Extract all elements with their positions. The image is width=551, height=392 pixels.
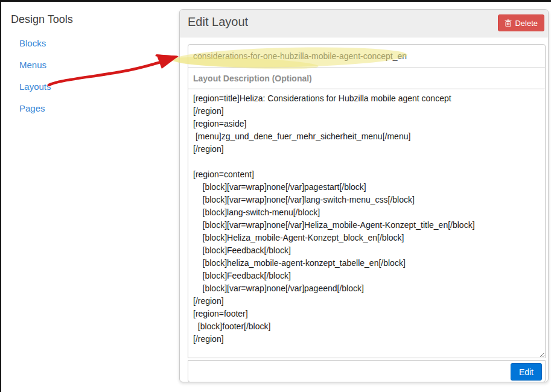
panel-header: Edit Layout Delete (180, 10, 548, 37)
sidebar-title: Design Tools (11, 13, 156, 26)
page-title: Edit Layout (188, 15, 248, 29)
trash-icon (505, 19, 512, 27)
menus-link[interactable]: Menus (19, 60, 46, 70)
layout-description-input[interactable] (188, 68, 546, 89)
design-tools-sidebar: Design Tools Blocks Menus Layouts Pages (11, 13, 156, 125)
edit-layout-panel: Edit Layout Delete [region=title]Heliz (179, 9, 549, 382)
sidebar-item-blocks: Blocks (19, 38, 156, 49)
pages-link[interactable]: Pages (19, 103, 45, 113)
sidebar-item-pages: Pages (19, 103, 156, 114)
form-footer: Edit (188, 360, 546, 382)
sidebar-item-menus: Menus (19, 60, 156, 71)
sidebar-nav: Blocks Menus Layouts Pages (11, 38, 156, 114)
edit-submit-button[interactable]: Edit (511, 363, 542, 381)
layout-name-input[interactable] (188, 44, 546, 68)
delete-button-label: Delete (515, 19, 538, 28)
layout-source-textarea[interactable]: [region=title]Heliza: Considerations for… (188, 89, 546, 358)
delete-button[interactable]: Delete (498, 14, 544, 31)
window-left-border (0, 0, 1, 392)
sidebar-item-layouts: Layouts (19, 81, 156, 92)
layouts-link[interactable]: Layouts (19, 81, 51, 92)
blocks-link[interactable]: Blocks (19, 38, 46, 48)
window-top-border (0, 0, 551, 2)
